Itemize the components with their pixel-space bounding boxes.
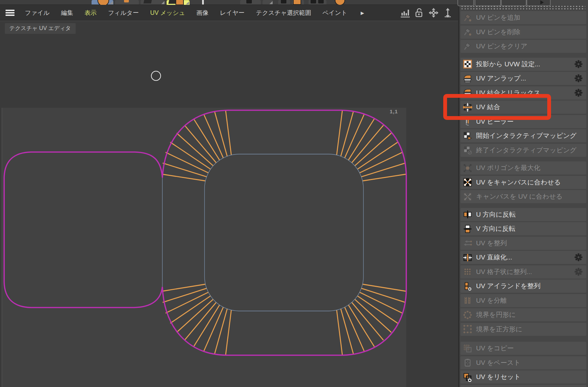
panel-item-label: UV を分離	[476, 296, 507, 305]
panel-item-label: UV 格子状に整列...	[476, 267, 532, 276]
grid-align-icon	[463, 267, 472, 276]
toolbar-fragment-button[interactable]	[334, 0, 344, 4]
panel-item-pin-clear[interactable]: UV ピンをクリア	[461, 40, 586, 53]
pin-remove-icon	[463, 27, 472, 37]
panel-item-label: 境界を円形に	[476, 310, 516, 319]
island-align-icon	[463, 282, 472, 291]
checker-projection-icon	[463, 59, 472, 69]
panel-item-flip-u[interactable]: U 方向に反転	[461, 208, 586, 221]
gear-icon[interactable]	[574, 74, 583, 83]
toolbar-fragment-button[interactable]	[240, 0, 261, 4]
gear-icon[interactable]	[574, 253, 583, 262]
dark-glyph-icon	[318, 0, 324, 3]
panel-item-uv-copy[interactable]: UV をコピー	[461, 342, 586, 355]
flip-v-icon	[463, 224, 472, 234]
panel-item-flip-v[interactable]: V 方向に反転	[461, 222, 586, 235]
orange-glyph-icon	[124, 0, 129, 2]
boundary-circle-icon	[463, 310, 472, 320]
panel-item-straighten[interactable]: UV 直線化...	[461, 251, 586, 264]
uv-paste-icon	[463, 358, 472, 367]
toolbar-fragment-button[interactable]	[292, 0, 304, 4]
interactive-start-icon	[463, 131, 472, 141]
dark-glyph-icon	[143, 0, 152, 3]
panel-item-checker-projection[interactable]: 投影から UVW 設定...	[461, 58, 586, 71]
menu-item-2[interactable]: 編集	[61, 9, 73, 17]
toolbar-fragment-active-tool[interactable]	[167, 0, 190, 5]
gear-icon[interactable]	[574, 267, 583, 276]
panel-item-uv-paste[interactable]: UV をペースト	[461, 356, 586, 369]
toolbar-fragment-button[interactable]	[263, 0, 273, 4]
gear-icon[interactable]	[574, 59, 583, 69]
panel-item-label: U 方向に反転	[476, 210, 515, 219]
panel-drag-handle[interactable]	[462, 6, 585, 7]
hamburger-menu-icon[interactable]	[6, 10, 15, 16]
uv-commands-panel: UV ピンを追加UV ピンを削除UV ピンをクリア投影から UVW 設定...U…	[458, 0, 588, 387]
panel-item-label: UV 直線化...	[476, 253, 512, 262]
panel-item-boundary-circle[interactable]: 境界を円形に	[461, 308, 586, 321]
corner-triangle-icon	[161, 1, 164, 4]
panel-tab-fragment[interactable]	[475, 0, 501, 6]
maximize-polys-icon	[463, 163, 472, 173]
histogram-icon[interactable]	[400, 7, 411, 18]
panel-item-label: キャンバスを UV に合わせる	[476, 192, 562, 201]
uv-canvas-viewport[interactable]: テクスチャ UV エディタ 1,1	[0, 21, 458, 387]
lock-open-icon[interactable]	[414, 7, 425, 18]
panel-item-maximize-polys[interactable]: UV ポリゴンを最大化	[461, 161, 586, 174]
uv-reset-icon	[463, 372, 472, 382]
align-uv-icon	[463, 238, 472, 248]
highlight-rectangle	[443, 94, 551, 120]
flip-u-icon	[463, 210, 472, 219]
straighten-icon	[463, 253, 472, 262]
panel-item-interactive-end[interactable]: 終了インタラクティブマッピング	[461, 144, 586, 157]
panel-item-iron-unwrap[interactable]: UV アンラップ...	[461, 72, 586, 85]
panel-item-interactive-start[interactable]: 開始インタラクティブマッピング	[461, 129, 586, 142]
panel-item-boundary-square[interactable]: 境界を正方形に	[461, 323, 586, 336]
panel-item-separate[interactable]: UV を分離	[461, 294, 586, 307]
panel-item-rotate-ccw[interactable]: UV 反時計回り	[461, 385, 586, 387]
panel-drag-handle[interactable]	[462, 8, 585, 9]
menu-overflow-arrow-icon[interactable]: ▶	[361, 10, 364, 16]
dark-glyph-icon	[246, 0, 252, 3]
texture-canvas-area[interactable]	[2, 108, 406, 387]
panel-tab-fragment[interactable]	[501, 0, 527, 6]
panel-item-label: 終了インタラクティブマッピング	[476, 146, 577, 155]
gear-icon[interactable]	[574, 88, 583, 97]
panel-item-pin-add[interactable]: UV ピンを追加	[461, 11, 586, 24]
panel-item-label: UV ピンをクリア	[476, 42, 527, 51]
panel-item-label: UV ピンを追加	[476, 13, 520, 22]
panel-item-label: UV をリセット	[476, 372, 521, 381]
panel-item-label: UV ピンを削除	[476, 28, 520, 37]
toolbar-fragment-blue-button[interactable]	[92, 0, 113, 4]
menu-item-7[interactable]: レイヤー	[220, 9, 245, 17]
move-icon[interactable]	[428, 7, 439, 18]
uv-editor-window: ファイル編集表示フィルターUV メッシュ画像レイヤーテクスチャ選択範囲ペイント …	[0, 0, 588, 387]
panel-item-pin-remove[interactable]: UV ピンを削除	[461, 26, 586, 39]
menu-item-4[interactable]: フィルター	[108, 9, 139, 17]
fit-vertical-icon[interactable]	[442, 7, 453, 18]
panel-tab-fragment[interactable]	[457, 0, 474, 6]
panel-item-grid-align[interactable]: UV 格子状に整列...	[461, 265, 586, 279]
menu-item-6[interactable]: 画像	[197, 9, 209, 17]
toolbar-fragment-button[interactable]	[115, 0, 139, 4]
panel-item-fit-uv[interactable]: キャンバスを UV に合わせる	[461, 190, 586, 203]
toolbar-fragment-button[interactable]	[278, 0, 290, 4]
panel-item-label: UV をコピー	[476, 344, 514, 353]
toolbar-fragment-button[interactable]	[309, 0, 326, 4]
corner-triangle-icon	[110, 1, 113, 4]
menu-item-1[interactable]: ファイル	[25, 9, 50, 17]
corner-triangle-icon	[186, 1, 189, 4]
menu-item-8[interactable]: テクスチャ選択範囲	[256, 9, 311, 17]
orange-box-icon	[176, 0, 184, 5]
menu-item-3[interactable]: 表示	[85, 9, 97, 17]
top-toolbar-cutoff	[0, 0, 459, 5]
panel-item-label: UV を整列	[476, 239, 507, 248]
menu-item-9[interactable]: ペイント	[322, 9, 347, 17]
panel-item-align-uv[interactable]: UV を整列	[461, 237, 586, 250]
menu-item-5[interactable]: UV メッシュ	[150, 9, 185, 17]
toolbar-fragment-button[interactable]	[141, 0, 165, 4]
panel-item-fit-canvas[interactable]: UV をキャンバスに合わせる	[461, 176, 586, 189]
panel-item-island-align[interactable]: UV アイランドを整列	[461, 280, 586, 293]
panel-tab-fragment[interactable]	[527, 0, 551, 6]
editor-tab[interactable]: テクスチャ UV エディタ	[5, 23, 76, 34]
panel-item-uv-reset[interactable]: UV をリセット	[461, 370, 586, 384]
